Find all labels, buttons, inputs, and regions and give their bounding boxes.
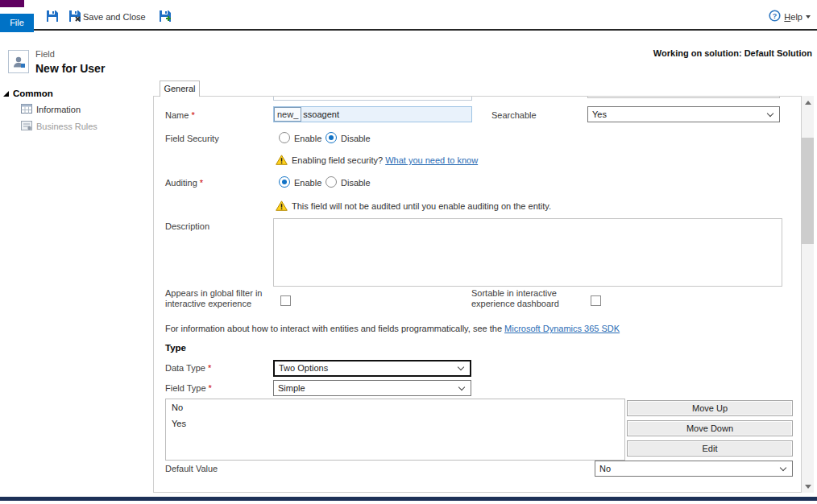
- option-item[interactable]: No: [166, 399, 624, 415]
- vertical-scrollbar[interactable]: [802, 96, 814, 493]
- scrollbar-down-arrow[interactable]: [802, 480, 814, 493]
- auditing-label: Auditing: [165, 178, 203, 188]
- global-filter-label: Appears in global filter in interactive …: [165, 288, 273, 309]
- sortable-checkbox[interactable]: [591, 295, 601, 306]
- partial-input-top[interactable]: [273, 97, 472, 101]
- entity-icon: [8, 50, 29, 73]
- solution-label: Working on solution: Default Solution: [653, 48, 812, 58]
- window-accent-bar: [0, 0, 24, 7]
- toolbar: Save and Close ? Help: [0, 7, 817, 29]
- save-and-close-label[interactable]: Save and Close: [83, 12, 146, 22]
- scrollbar-up-arrow[interactable]: [802, 96, 814, 109]
- data-type-value: Two Options: [279, 363, 328, 373]
- sidebar-item-label: Business Rules: [36, 122, 97, 131]
- name-prefix: new_: [274, 107, 301, 122]
- scrollbar-thumb[interactable]: [802, 138, 814, 244]
- field-security-warning-text: Enabling field security?: [292, 155, 383, 165]
- entity-type-label: Field: [35, 49, 55, 59]
- save-and-close-icon[interactable]: [68, 10, 82, 24]
- sidebar-item-information[interactable]: Information: [21, 104, 81, 115]
- sidebar-group-label: Common: [13, 89, 53, 98]
- field-type-label: Field Type: [165, 383, 212, 393]
- field-type-select[interactable]: Simple: [273, 380, 471, 396]
- business-rules-icon: [21, 121, 32, 132]
- description-textarea[interactable]: [273, 218, 782, 287]
- warning-icon: [276, 154, 288, 164]
- partial-select-top[interactable]: [587, 97, 780, 98]
- options-listbox[interactable]: No Yes: [165, 399, 625, 461]
- name-value: ssoagent: [301, 109, 339, 119]
- field-security-warning: Enabling field security? What you need t…: [292, 155, 478, 165]
- field-security-disable-radio[interactable]: [326, 132, 337, 143]
- chevron-down-icon: [458, 364, 464, 370]
- auditing-disable-label: Disable: [341, 178, 371, 188]
- auditing-enable-radio[interactable]: [279, 176, 290, 188]
- default-value-select[interactable]: No: [595, 461, 793, 477]
- help-menu[interactable]: ? Help: [769, 10, 811, 24]
- table-icon: [21, 104, 32, 115]
- app-window: Save and Close ? Help File Field New for…: [0, 0, 817, 504]
- tab-general[interactable]: General: [160, 81, 200, 97]
- caret-down-icon: [806, 15, 811, 19]
- data-type-select[interactable]: Two Options: [273, 360, 471, 377]
- file-tab[interactable]: File: [0, 14, 34, 32]
- field-type-value: Simple: [278, 383, 305, 393]
- form-scroll-area: Name new_ ssoagent Searchable Yes Field …: [154, 97, 801, 492]
- svg-text:?: ?: [773, 12, 778, 20]
- field-security-label: Field Security: [165, 134, 219, 143]
- move-down-button[interactable]: Move Down: [627, 420, 793, 436]
- chevron-down-icon: [767, 110, 773, 117]
- chevron-down-icon: [458, 384, 465, 390]
- description-label: Description: [165, 221, 209, 231]
- sdk-info-text: For information about how to interact wi…: [165, 324, 502, 333]
- default-value-label: Default Value: [165, 464, 218, 473]
- sortable-label: Sortable in interactive experience dashb…: [471, 288, 581, 309]
- bottom-status-bar: [0, 497, 817, 501]
- field-security-enable-radio[interactable]: [279, 132, 290, 143]
- field-security-disable-label: Disable: [341, 134, 371, 143]
- global-filter-checkbox[interactable]: [280, 295, 291, 306]
- default-value-value: No: [599, 464, 611, 473]
- data-type-label: Data Type: [165, 363, 211, 373]
- field-security-enable-label: Enable: [294, 134, 321, 143]
- type-section-title: Type: [165, 343, 186, 353]
- sidebar-group-common[interactable]: Common: [3, 89, 53, 98]
- auditing-warning-text: This field will not be audited until you…: [292, 201, 551, 211]
- warning-icon: [276, 200, 288, 210]
- field-security-warning-link[interactable]: What you need to know: [385, 155, 478, 165]
- name-input[interactable]: new_ ssoagent: [273, 106, 472, 122]
- sidebar-item-label: Information: [36, 105, 81, 114]
- name-label: Name: [165, 110, 195, 120]
- searchable-value: Yes: [592, 109, 607, 119]
- auditing-enable-label: Enable: [294, 178, 321, 188]
- save-and-new-icon[interactable]: [158, 10, 172, 24]
- auditing-disable-radio[interactable]: [326, 176, 337, 188]
- sdk-info-line: For information about how to interact wi…: [165, 324, 620, 333]
- searchable-select[interactable]: Yes: [587, 106, 780, 122]
- tree-expand-icon: [3, 91, 9, 97]
- edit-button[interactable]: Edit: [627, 440, 793, 456]
- sidebar-item-business-rules[interactable]: Business Rules: [21, 121, 97, 132]
- help-label: Help: [784, 12, 802, 22]
- help-icon: ?: [769, 10, 781, 25]
- option-item[interactable]: Yes: [166, 415, 624, 432]
- move-up-button[interactable]: Move Up: [627, 400, 793, 416]
- toolbar-divider: [0, 29, 817, 31]
- save-icon[interactable]: [45, 10, 60, 24]
- page-title: New for User: [35, 62, 105, 75]
- sdk-link[interactable]: Microsoft Dynamics 365 SDK: [504, 324, 620, 333]
- searchable-label: Searchable: [491, 110, 537, 120]
- chevron-down-icon: [780, 465, 786, 471]
